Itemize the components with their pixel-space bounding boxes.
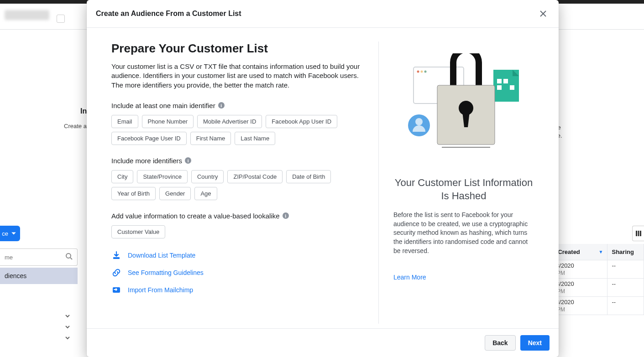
download-icon <box>111 250 121 260</box>
identifier-chip[interactable]: Customer Value <box>111 225 165 238</box>
download-template-link[interactable]: Download List Template <box>111 250 361 260</box>
svg-point-20 <box>415 118 423 125</box>
import-mailchimp-link[interactable]: Import From Mailchimp <box>111 285 361 295</box>
identifier-chip[interactable]: Date of Birth <box>286 170 331 183</box>
hashing-title: Your Customer List Information Is Hashed <box>393 176 534 202</box>
identifier-chip[interactable]: Facebook Page User ID <box>111 132 187 145</box>
modal-left-column: Prepare Your Customer List Your customer… <box>111 41 379 324</box>
hashing-description: Before the list is sent to Facebook for … <box>393 211 534 255</box>
learn-more-link[interactable]: Learn More <box>393 274 534 281</box>
link-icon <box>111 268 121 278</box>
next-button[interactable]: Next <box>520 335 550 351</box>
create-audience-modal: Create an Audience From a Customer List … <box>87 0 559 357</box>
info-icon[interactable]: i <box>185 157 191 164</box>
import-icon <box>111 285 121 295</box>
modal-body: Prepare Your Customer List Your customer… <box>87 28 559 328</box>
identifier-chip[interactable]: Age <box>194 187 217 200</box>
identifier-chip[interactable]: Gender <box>159 187 191 200</box>
modal-right-column: Your Customer List Information Is Hashed… <box>379 41 534 324</box>
more-identifiers-label: Include more identifiers i <box>111 157 361 165</box>
info-icon[interactable]: i <box>283 212 289 219</box>
identifier-chip[interactable]: Last Name <box>235 132 275 145</box>
modal-footer: Back Next <box>87 328 559 357</box>
close-icon <box>539 10 547 18</box>
formatting-guidelines-link[interactable]: See Formatting Guidelines <box>111 268 361 278</box>
info-icon[interactable]: i <box>218 102 225 109</box>
identifier-chip[interactable]: Year of Birth <box>111 187 156 200</box>
value-info-label: Add value information to create a value-… <box>111 212 361 220</box>
more-identifier-chips: CityState/ProvinceCountryZIP/Postal Code… <box>111 170 361 200</box>
action-links: Download List Template See Formatting Gu… <box>111 250 361 295</box>
identifier-chip[interactable]: State/Province <box>137 170 188 183</box>
close-button[interactable] <box>537 7 550 20</box>
main-identifier-chips: EmailPhone NumberMobile Advertiser IDFac… <box>111 115 361 145</box>
identifier-chip[interactable]: ZIP/Postal Code <box>227 170 283 183</box>
svg-rect-15 <box>497 79 502 83</box>
svg-rect-16 <box>503 79 508 83</box>
modal-header: Create an Audience From a Customer List <box>87 0 559 28</box>
modal-title: Create an Audience From a Customer List <box>96 10 241 18</box>
identifier-chip[interactable]: Country <box>191 170 224 183</box>
svg-point-12 <box>424 71 427 73</box>
prepare-heading: Prepare Your Customer List <box>111 41 361 56</box>
identifier-chip[interactable]: First Name <box>190 132 231 145</box>
svg-rect-18 <box>510 85 514 90</box>
prepare-intro: Your customer list is a CSV or TXT file … <box>111 62 361 90</box>
identifier-chip[interactable]: Mobile Advertiser ID <box>197 115 262 128</box>
hashing-illustration <box>393 49 534 158</box>
main-identifiers-label: Include at least one main identifier i <box>111 102 361 109</box>
identifier-chip[interactable]: City <box>111 170 133 183</box>
svg-point-11 <box>421 71 423 73</box>
back-button[interactable]: Back <box>485 335 515 351</box>
svg-rect-7 <box>113 257 120 259</box>
svg-point-10 <box>417 71 419 73</box>
identifier-chip[interactable]: Phone Number <box>142 115 194 128</box>
value-chips: Customer Value <box>111 225 361 238</box>
svg-rect-17 <box>497 85 502 90</box>
identifier-chip[interactable]: Email <box>111 115 138 128</box>
identifier-chip[interactable]: Facebook App User ID <box>266 115 337 128</box>
